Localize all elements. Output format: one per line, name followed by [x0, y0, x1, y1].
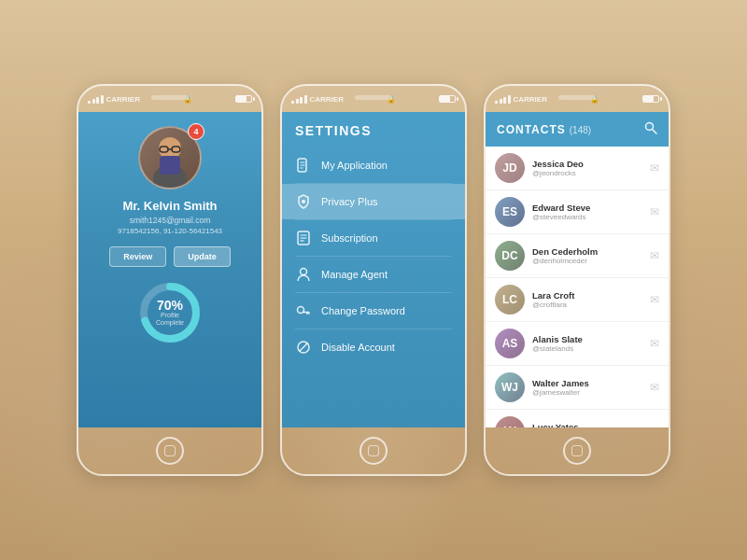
menu-item-manage-agent[interactable]: Manage Agent: [282, 257, 465, 292]
donut-chart: 70% Profile Complete: [137, 280, 203, 345]
contact-item-lucy[interactable]: LY Lucy Yates @yateslucy ✉: [486, 410, 669, 427]
avatar-lara: LC: [495, 285, 525, 315]
mail-icon-alanis[interactable]: ✉: [650, 337, 659, 350]
contact-info-den: Den Cederholm @denholmceder: [532, 246, 642, 265]
profile-buttons: Review Update: [109, 246, 231, 267]
contact-handle-edward: @steveedwards: [532, 213, 642, 221]
home-button-inner-1: [164, 445, 176, 456]
contact-item-walter[interactable]: WJ Walter James @jameswalter ✉: [486, 366, 669, 410]
speaker-notch-3: [558, 95, 596, 100]
battery-2: [439, 95, 456, 103]
progress-percent: 70%: [154, 299, 187, 312]
contact-name-jessica: Jessica Deo: [532, 159, 642, 169]
svg-point-17: [301, 269, 307, 275]
block-icon: [295, 339, 312, 356]
signal-bar-2: [92, 99, 95, 104]
contacts-count: (148): [570, 125, 591, 135]
phone-settings: CARRIER 🔒 SETTINGS: [280, 84, 467, 476]
signal-bar-1: [88, 101, 91, 104]
notification-badge: 4: [188, 123, 204, 140]
menu-item-subscription[interactable]: Subscription: [282, 220, 465, 256]
review-button[interactable]: Review: [109, 246, 166, 267]
avatar-edward: ES: [495, 197, 525, 227]
progress-label: Profile Complete: [154, 312, 187, 328]
home-button-1[interactable]: [156, 437, 184, 465]
avatar-svg: [147, 132, 193, 188]
contact-name-alanis: Alanis Slate: [532, 334, 642, 344]
menu-label-my-application: My Application: [321, 160, 388, 171]
contact-info-lara: Lara Croft @croftlara: [532, 290, 642, 309]
search-button[interactable]: [644, 121, 657, 137]
key-icon: [295, 302, 312, 319]
scene: CARRIER 🔒: [0, 0, 747, 560]
contact-handle-jessica: @jeondrocks: [532, 169, 642, 177]
carrier-label-1: CARRIER: [106, 95, 140, 104]
contact-item-den[interactable]: DC Den Cederholm @denholmceder ✉: [486, 234, 669, 278]
contact-info-walter: Walter James @jameswalter: [532, 378, 642, 397]
mail-icon-jessica[interactable]: ✉: [650, 161, 659, 175]
contact-handle-lara: @croftlara: [532, 301, 642, 309]
contact-name-den: Den Cederholm: [532, 246, 642, 257]
progress-section: 70% Profile Complete: [137, 280, 203, 345]
menu-label-privacy-plus: Privacy Plus: [321, 196, 378, 207]
avatar-jessica: JD: [495, 153, 525, 183]
contact-handle-alanis: @slatelands: [532, 344, 642, 353]
update-button[interactable]: Update: [174, 246, 231, 267]
avatar-walter: WJ: [495, 372, 525, 402]
contacts-title-group: CONTACTS (148): [497, 123, 591, 136]
signal-bars-1: [88, 95, 104, 104]
mail-icon-edward[interactable]: ✉: [650, 205, 659, 218]
contacts-header: CONTACTS (148): [486, 112, 669, 147]
contact-item-jessica[interactable]: JD Jessica Deo @jeondrocks ✉: [486, 147, 669, 190]
battery-1: [235, 95, 252, 103]
home-button-inner-2: [368, 445, 379, 456]
phone-bottom-3: [486, 427, 669, 474]
person-icon: [295, 266, 312, 283]
phone-profile: CARRIER 🔒: [77, 84, 263, 476]
carrier-label-3: CARRIER: [514, 95, 547, 104]
home-button-3[interactable]: [563, 437, 591, 465]
menu-item-change-password[interactable]: Change Password: [282, 293, 465, 329]
svg-line-25: [653, 130, 657, 134]
avatar-den: DC: [495, 241, 525, 271]
contacts-content: CONTACTS (148) JD J: [486, 112, 669, 427]
profile-name: Mr. Kelvin Smith: [122, 199, 217, 213]
svg-point-12: [302, 200, 305, 203]
contact-item-alanis[interactable]: AS Alanis Slate @slatelands ✉: [486, 322, 669, 366]
signal-bars-2: [291, 95, 307, 104]
home-button-inner-3: [571, 445, 583, 456]
contact-handle-den: @denholmceder: [532, 257, 642, 265]
contacts-title: CONTACTS: [497, 123, 566, 136]
speaker-notch: [151, 95, 189, 100]
settings-header: SETTINGS: [282, 112, 465, 147]
signal-bars-3: [495, 95, 511, 104]
contacts-list: JD Jessica Deo @jeondrocks ✉ ES Edward S…: [486, 147, 669, 427]
donut-label: 70% Profile Complete: [154, 299, 187, 328]
profile-content: 4 Mr. Kelvin Smith smith1245@gmail.com 9…: [78, 112, 261, 427]
svg-rect-2: [160, 156, 180, 175]
contact-info-jessica: Jessica Deo @jeondrocks: [532, 159, 642, 177]
mail-icon-lara[interactable]: ✉: [650, 293, 659, 306]
battery-fill-1: [236, 96, 247, 102]
contact-item-lara[interactable]: LC Lara Croft @croftlara ✉: [486, 278, 669, 322]
profile-phone: 9718542156, 91-120-56421543: [118, 227, 222, 235]
menu-label-disable-account: Disable Account: [321, 342, 395, 353]
menu-item-my-application[interactable]: My Application: [282, 147, 465, 183]
list-icon: [295, 230, 312, 246]
home-button-2[interactable]: [359, 437, 388, 465]
svg-line-23: [300, 343, 308, 352]
contact-name-walter: Walter James: [532, 378, 642, 388]
menu-item-disable-account[interactable]: Disable Account: [282, 329, 465, 365]
menu-item-privacy-plus[interactable]: Privacy Plus: [282, 184, 465, 219]
contact-item-edward[interactable]: ES Edward Steve @steveedwards ✉: [486, 190, 669, 234]
avatar-alanis: AS: [495, 329, 525, 358]
menu-label-manage-agent: Manage Agent: [321, 269, 388, 280]
menu-label-change-password: Change Password: [321, 305, 405, 316]
carrier-label-2: CARRIER: [310, 95, 344, 104]
mail-icon-walter[interactable]: ✉: [650, 381, 659, 394]
contact-name-edward: Edward Steve: [532, 203, 642, 213]
profile-email: smith1245@gmail.com: [130, 216, 211, 225]
phone-bottom-1: [78, 427, 261, 474]
phone-bottom-2: [282, 427, 465, 474]
mail-icon-den[interactable]: ✉: [650, 249, 659, 262]
